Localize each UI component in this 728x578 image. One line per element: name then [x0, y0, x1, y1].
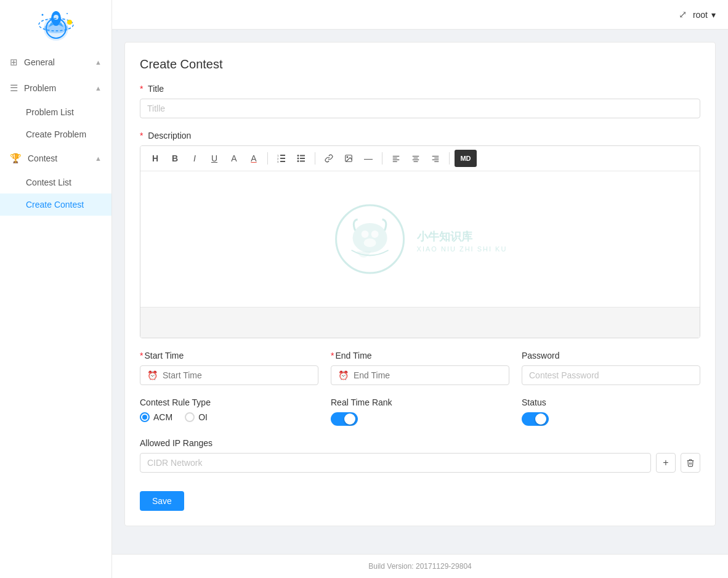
description-field-group: * Description H B I U A A: [140, 131, 700, 338]
editor-body[interactable]: 小牛知识库 XIAO NIU ZHI SHI KU: [140, 171, 700, 338]
time-password-row: * Start Time ⏰ * End Time: [140, 351, 700, 385]
end-time-input[interactable]: [354, 370, 502, 380]
real-time-rank-label: Real Time Rank: [331, 397, 509, 407]
toolbar-hr-btn[interactable]: —: [360, 150, 377, 167]
svg-rect-34: [434, 158, 439, 158]
toolbar-align-center-btn[interactable]: [407, 150, 424, 167]
svg-rect-33: [432, 156, 439, 157]
sidebar-item-contest[interactable]: 🏆 Contest ▲: [0, 145, 111, 171]
svg-rect-11: [280, 155, 285, 156]
toolbar-bgcolor-btn[interactable]: A: [245, 150, 262, 167]
svg-rect-22: [300, 161, 305, 162]
svg-point-8: [67, 20, 72, 25]
svg-point-24: [347, 157, 348, 158]
sidebar-logo: [0, 0, 111, 49]
maximize-icon[interactable]: ⤢: [679, 9, 687, 20]
title-field-group: * Title: [140, 84, 700, 118]
svg-rect-18: [300, 155, 305, 157]
app-footer: Build Version: 20171129-29804: [112, 554, 728, 578]
svg-rect-35: [432, 160, 439, 160]
svg-rect-20: [300, 158, 305, 159]
sidebar-item-create-problem[interactable]: Create Problem: [0, 123, 111, 145]
end-time-col: * End Time ⏰: [331, 351, 509, 385]
start-time-label: * Start Time: [140, 351, 318, 360]
sidebar-item-create-contest[interactable]: Create Contest: [0, 193, 111, 216]
watermark-cn-text: 小牛知识库: [417, 229, 508, 244]
editor-toolbar: H B I U A A 1.2.3.: [140, 146, 700, 171]
rule-rank-status-row: Contest Rule Type ACM OI: [140, 397, 700, 426]
list-icon: ☰: [10, 83, 18, 94]
toolbar-bold-btn[interactable]: B: [166, 150, 184, 167]
start-time-col: * Start Time ⏰: [140, 351, 318, 385]
clock-icon-end: ⏰: [338, 370, 349, 380]
toolbar-color-btn[interactable]: A: [225, 150, 243, 167]
svg-rect-26: [393, 158, 397, 158]
title-input[interactable]: [140, 99, 700, 118]
svg-rect-29: [413, 156, 419, 157]
ip-cidr-input[interactable]: [140, 453, 651, 473]
trophy-icon: 🏆: [10, 153, 22, 164]
svg-text:3.: 3.: [277, 160, 279, 163]
editor-footer: [140, 307, 700, 338]
ip-range-row: +: [140, 453, 700, 473]
svg-rect-12: [280, 158, 285, 159]
toolbar-ordered-list-btn[interactable]: 1.2.3.: [273, 150, 290, 167]
radio-oi-circle: [185, 412, 195, 422]
svg-point-21: [297, 160, 299, 162]
editor-content-area[interactable]: 小牛知识库 XIAO NIU ZHI SHI KU: [140, 171, 700, 307]
main-content: Create Contest * Title * Description: [112, 30, 728, 554]
password-col: Password: [522, 351, 700, 385]
svg-rect-28: [393, 161, 397, 162]
start-time-input[interactable]: [163, 370, 311, 380]
header: ⤢ root ▾: [112, 0, 728, 30]
toolbar-align-right-btn[interactable]: [427, 150, 444, 167]
real-time-rank-col: Real Time Rank: [331, 397, 509, 426]
svg-rect-30: [414, 158, 418, 158]
svg-point-10: [67, 13, 68, 14]
status-toggle[interactable]: [522, 412, 549, 426]
user-dropdown-icon: ▾: [711, 10, 716, 20]
real-time-rank-toggle[interactable]: [331, 412, 358, 426]
svg-point-37: [336, 205, 404, 273]
watermark-en-text: XIAO NIU ZHI SHI KU: [417, 245, 508, 253]
sidebar-item-contest-list[interactable]: Contest List: [0, 171, 111, 193]
toolbar-underline-btn[interactable]: U: [206, 150, 223, 167]
status-label: Status: [522, 397, 700, 407]
delete-ip-button[interactable]: [681, 453, 700, 473]
build-version: Build Version: 20171129-29804: [368, 562, 471, 571]
save-button[interactable]: Save: [140, 491, 184, 511]
toolbar-italic-btn[interactable]: I: [186, 150, 203, 167]
toolbar-unordered-list-btn[interactable]: [293, 150, 310, 167]
problem-chevron-icon: ▲: [95, 84, 102, 92]
svg-point-9: [41, 14, 43, 16]
toolbar-link-btn[interactable]: [320, 150, 338, 167]
contest-rule-label: Contest Rule Type: [140, 397, 318, 407]
add-ip-button[interactable]: +: [656, 453, 676, 473]
svg-rect-36: [434, 161, 439, 162]
ip-ranges-group: Allowed IP Ranges +: [140, 438, 700, 473]
sidebar-item-general[interactable]: ⊞ General ▲: [0, 49, 111, 75]
create-contest-card: Create Contest * Title * Description: [124, 42, 716, 526]
sidebar-item-problem-list[interactable]: Problem List: [0, 101, 111, 123]
sidebar-contest-label: Contest: [28, 153, 57, 163]
user-menu[interactable]: root ▾: [693, 10, 716, 20]
toolbar-align-left-btn[interactable]: [387, 150, 405, 167]
toolbar-divider-4: [449, 152, 450, 165]
start-time-input-wrap[interactable]: ⏰: [140, 365, 318, 385]
end-time-input-wrap[interactable]: ⏰: [331, 365, 509, 385]
radio-acm[interactable]: ACM: [140, 412, 172, 422]
sidebar-item-problem[interactable]: ☰ Problem ▲: [0, 75, 111, 101]
toolbar-markdown-btn[interactable]: MD: [455, 150, 477, 167]
sidebar-navigation: ⊞ General ▲ ☰ Problem ▲ Problem List Cre…: [0, 49, 111, 578]
toolbar-heading-btn[interactable]: H: [147, 150, 164, 167]
toolbar-image-btn[interactable]: [340, 150, 357, 167]
svg-point-39: [362, 230, 369, 238]
logo-icon: [36, 5, 76, 44]
password-input[interactable]: [522, 365, 700, 385]
toolbar-divider-3: [382, 152, 382, 165]
end-time-label: * End Time: [331, 351, 509, 360]
radio-oi[interactable]: OI: [185, 412, 208, 422]
title-label: * Title: [140, 84, 700, 94]
description-label: * Description: [140, 131, 700, 140]
svg-point-40: [371, 230, 379, 238]
